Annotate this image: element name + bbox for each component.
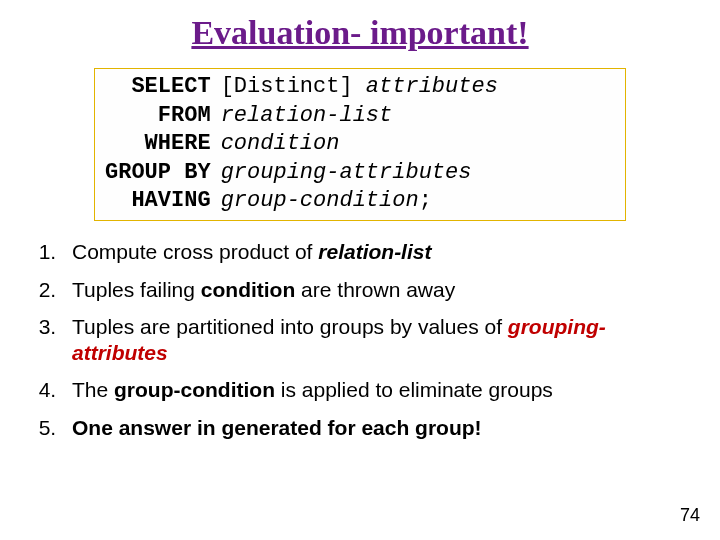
step-4-text-a: The — [72, 378, 114, 401]
sql-terminator: ; — [419, 188, 432, 213]
sql-kw-having: HAVING — [105, 187, 211, 216]
step-1: Compute cross product of relation-list — [62, 239, 692, 265]
sql-arg-having: group-condition; — [211, 187, 498, 216]
sql-arg-from: relation-list — [211, 102, 498, 131]
sql-arg-groupby: grouping-attributes — [211, 159, 498, 188]
sql-row-groupby: GROUP BY grouping-attributes — [105, 159, 498, 188]
step-1-text: Compute cross product of — [72, 240, 318, 263]
step-2-text-a: Tuples failing — [72, 278, 201, 301]
sql-table: SELECT [Distinct] attributes FROM relati… — [105, 73, 498, 216]
sql-row-having: HAVING group-condition; — [105, 187, 498, 216]
steps-list: Compute cross product of relation-list T… — [32, 239, 692, 441]
sql-kw-groupby: GROUP BY — [105, 159, 211, 188]
sql-kw-from: FROM — [105, 102, 211, 131]
sql-row-where: WHERE condition — [105, 130, 498, 159]
sql-arg-where: condition — [211, 130, 498, 159]
sql-arg-select: [Distinct] attributes — [211, 73, 498, 102]
sql-having-arg: group-condition — [221, 188, 419, 213]
slide-title: Evaluation- important! — [28, 14, 692, 52]
step-4-text-c: is applied to eliminate groups — [275, 378, 553, 401]
sql-box: SELECT [Distinct] attributes FROM relati… — [94, 68, 626, 221]
step-2: Tuples failing condition are thrown away — [62, 277, 692, 303]
step-2-text-c: are thrown away — [295, 278, 455, 301]
sql-row-select: SELECT [Distinct] attributes — [105, 73, 498, 102]
sql-row-from: FROM relation-list — [105, 102, 498, 131]
sql-kw-where: WHERE — [105, 130, 211, 159]
step-3-text-a: Tuples are partitioned into groups by va… — [72, 315, 508, 338]
step-4-term: group-condition — [114, 378, 275, 401]
step-5-text: One answer in generated for each group! — [72, 416, 482, 439]
step-2-term: condition — [201, 278, 295, 301]
step-5: One answer in generated for each group! — [62, 415, 692, 441]
slide: Evaluation- important! SELECT [Distinct]… — [0, 0, 720, 540]
step-1-term: relation-list — [318, 240, 431, 263]
sql-attr: attributes — [353, 74, 498, 99]
page-number: 74 — [680, 505, 700, 526]
step-3: Tuples are partitioned into groups by va… — [62, 314, 692, 365]
sql-distinct: [Distinct] — [221, 74, 353, 99]
sql-kw-select: SELECT — [105, 73, 211, 102]
step-4: The group-condition is applied to elimin… — [62, 377, 692, 403]
